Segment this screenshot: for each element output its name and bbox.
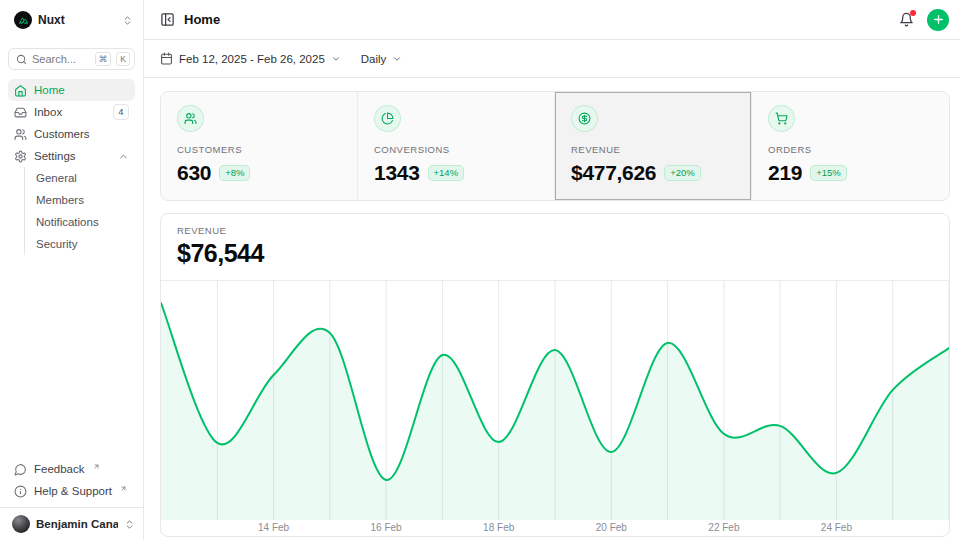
stat-delta-badge: +8% bbox=[219, 165, 250, 181]
chevron-down-icon bbox=[392, 54, 402, 64]
notifications-button[interactable] bbox=[899, 12, 914, 27]
stat-delta-badge: +15% bbox=[810, 165, 847, 181]
x-tick-label: 14 Feb bbox=[258, 522, 289, 533]
sidebar-item-home[interactable]: Home bbox=[8, 79, 135, 101]
main-area: Home Feb 12, 2025 - Feb 26, 2025 bbox=[144, 0, 960, 540]
plus-icon bbox=[932, 13, 945, 26]
sidebar: Nuxt Search... ⌘ K Home bbox=[0, 0, 144, 540]
inbox-count-badge: 4 bbox=[113, 104, 129, 119]
kbd-key: K bbox=[116, 52, 130, 67]
stat-label: CONVERSIONS bbox=[374, 144, 450, 155]
collapse-sidebar-button[interactable] bbox=[160, 12, 175, 27]
stat-orders[interactable]: ORDERS 219 +15% bbox=[752, 92, 949, 200]
arrow-up-right-icon bbox=[93, 463, 100, 470]
footer-link-label: Help & Support bbox=[34, 485, 112, 497]
stat-label: REVENUE bbox=[571, 144, 620, 155]
settings-submenu: General Members Notifications Security bbox=[24, 167, 135, 255]
user-menu[interactable]: Benjamin Canac bbox=[0, 507, 143, 540]
x-tick-label: 18 Feb bbox=[483, 522, 514, 533]
feedback-link[interactable]: Feedback bbox=[8, 458, 135, 480]
topbar: Home bbox=[144, 0, 960, 40]
submenu-label: Notifications bbox=[36, 216, 99, 228]
stat-customers[interactable]: CUSTOMERS 630 +8% bbox=[161, 92, 358, 200]
info-icon bbox=[14, 485, 27, 498]
page-title: Home bbox=[184, 12, 220, 27]
notification-dot bbox=[910, 10, 916, 16]
sidebar-item-settings[interactable]: Settings bbox=[8, 145, 135, 167]
chevrons-up-down-icon bbox=[122, 15, 133, 26]
inbox-icon bbox=[14, 106, 27, 119]
stat-value: 219 bbox=[768, 161, 802, 185]
revenue-chart-card: REVENUE $76,544 14 Feb16 Feb18 Feb20 Feb… bbox=[160, 213, 950, 537]
sidebar-item-label: Settings bbox=[34, 150, 76, 162]
home-icon bbox=[14, 84, 27, 97]
sidebar-item-label: Inbox bbox=[34, 106, 62, 118]
pie-chart-icon bbox=[374, 105, 401, 132]
x-tick-label: 24 Feb bbox=[821, 522, 852, 533]
sidebar-item-security[interactable]: Security bbox=[25, 233, 135, 255]
search-placeholder: Search... bbox=[32, 53, 90, 65]
add-button[interactable] bbox=[927, 9, 949, 31]
message-icon bbox=[14, 463, 27, 476]
stat-value: 630 bbox=[177, 161, 211, 185]
gear-icon bbox=[14, 150, 27, 163]
x-tick-label: 16 Feb bbox=[371, 522, 402, 533]
chevrons-up-down-icon bbox=[124, 519, 135, 530]
stat-conversions[interactable]: CONVERSIONS 1343 +14% bbox=[358, 92, 555, 200]
stat-value: $477,626 bbox=[571, 161, 656, 185]
calendar-icon bbox=[160, 52, 173, 65]
period-value: Daily bbox=[361, 53, 387, 65]
sidebar-nav: Home Inbox 4 Customers Settings bbox=[0, 79, 143, 255]
submenu-label: Security bbox=[36, 238, 78, 250]
sidebar-item-customers[interactable]: Customers bbox=[8, 123, 135, 145]
search-icon bbox=[16, 54, 27, 65]
submenu-label: General bbox=[36, 172, 77, 184]
team-name: Nuxt bbox=[38, 13, 65, 27]
revenue-area-chart[interactable] bbox=[161, 281, 949, 520]
users-icon bbox=[14, 128, 27, 141]
users-icon bbox=[177, 105, 204, 132]
dollar-circle-icon bbox=[571, 105, 598, 132]
date-range-value: Feb 12, 2025 - Feb 26, 2025 bbox=[179, 53, 325, 65]
chart-current-value: $76,544 bbox=[177, 239, 933, 268]
user-name: Benjamin Canac bbox=[36, 518, 118, 530]
x-tick-label: 22 Feb bbox=[708, 522, 739, 533]
date-range-picker[interactable]: Feb 12, 2025 - Feb 26, 2025 bbox=[160, 52, 341, 65]
sidebar-item-members[interactable]: Members bbox=[25, 189, 135, 211]
dashboard-app: Nuxt Search... ⌘ K Home bbox=[0, 0, 960, 540]
stat-label: CUSTOMERS bbox=[177, 144, 242, 155]
stat-label: ORDERS bbox=[768, 144, 812, 155]
kbd-meta: ⌘ bbox=[95, 52, 112, 67]
user-avatar bbox=[12, 515, 30, 533]
chart-x-axis: 14 Feb16 Feb18 Feb20 Feb22 Feb24 Feb bbox=[161, 520, 949, 536]
chart-kicker: REVENUE bbox=[177, 225, 933, 236]
chart-header: REVENUE $76,544 bbox=[161, 214, 949, 281]
x-tick-label: 20 Feb bbox=[596, 522, 627, 533]
stats-row: CUSTOMERS 630 +8% CONVERSIONS 1343 +14% bbox=[160, 91, 950, 201]
stat-revenue[interactable]: REVENUE $477,626 +20% bbox=[555, 92, 752, 200]
sidebar-item-label: Customers bbox=[34, 128, 90, 140]
stat-delta-badge: +14% bbox=[428, 165, 465, 181]
revenue-chart-svg bbox=[161, 281, 949, 520]
team-switcher[interactable]: Nuxt bbox=[0, 0, 143, 40]
submenu-label: Members bbox=[36, 194, 84, 206]
chevron-up-icon bbox=[118, 151, 129, 162]
topbar-actions bbox=[899, 9, 949, 31]
sidebar-item-inbox[interactable]: Inbox 4 bbox=[8, 101, 135, 123]
chevron-down-icon bbox=[331, 54, 341, 64]
cart-icon bbox=[768, 105, 795, 132]
period-select[interactable]: Daily bbox=[361, 53, 403, 65]
footer-link-label: Feedback bbox=[34, 463, 85, 475]
stat-value: 1343 bbox=[374, 161, 420, 185]
filter-toolbar: Feb 12, 2025 - Feb 26, 2025 Daily bbox=[144, 40, 960, 78]
search-input[interactable]: Search... ⌘ K bbox=[8, 48, 135, 70]
help-support-link[interactable]: Help & Support bbox=[8, 480, 135, 502]
content: CUSTOMERS 630 +8% CONVERSIONS 1343 +14% bbox=[144, 78, 960, 537]
sidebar-footer: Feedback Help & Support bbox=[0, 458, 143, 507]
sidebar-item-label: Home bbox=[34, 84, 65, 96]
sidebar-item-notifications[interactable]: Notifications bbox=[25, 211, 135, 233]
arrow-up-right-icon bbox=[120, 485, 127, 492]
stat-delta-badge: +20% bbox=[664, 165, 701, 181]
sidebar-item-general[interactable]: General bbox=[25, 167, 135, 189]
nuxt-logo-icon bbox=[14, 11, 32, 29]
